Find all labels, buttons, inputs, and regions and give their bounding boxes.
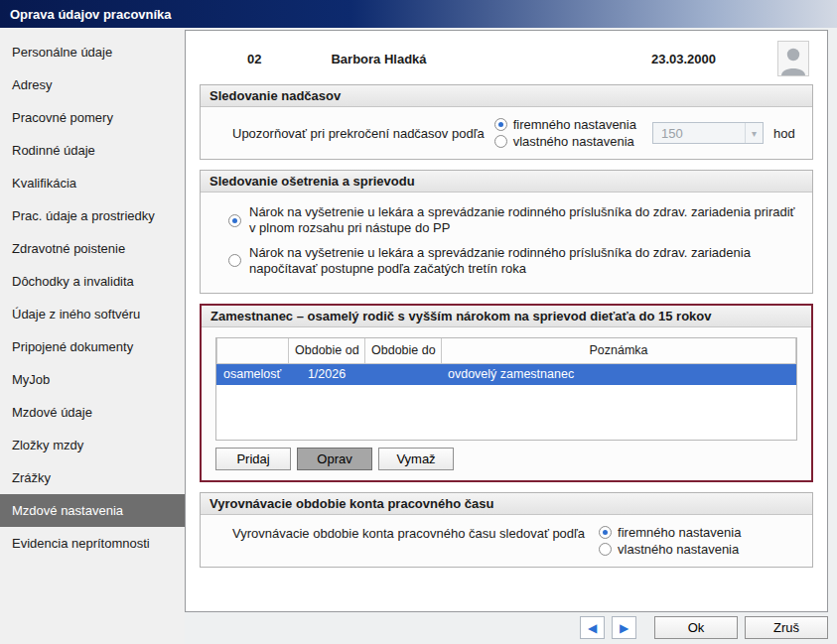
previous-record-button[interactable]: ◀ [580,616,605,639]
employee-number: 02 [247,52,261,66]
sidebar-item-evidencia-nepritomnosti[interactable]: Evidencia neprítomnosti [0,527,185,560]
balancing-radio-company-label: firemného nastavenia [618,525,741,540]
care-radio-full-label: Nárok na vyšetrenie u lekára a sprevádza… [249,204,802,237]
care-radio-progressive-label: Nárok na vyšetrenie u lekára a sprevádza… [249,245,802,278]
overtime-radio-company[interactable] [494,118,507,131]
sidebar-item-personalne-udaje[interactable]: Personálne údaje [0,36,185,68]
table-cell-obdobie-do[interactable] [365,363,442,384]
sidebar-item-zrazky[interactable]: Zrážky [0,461,185,494]
cancel-button[interactable]: Zruš [745,616,828,639]
group-balancing-title: Vyrovnávacie obdobie konta pracovného ča… [201,493,812,515]
sidebar-item-prac-udaje-a-prostriedky[interactable]: Prac. údaje a prostriedky [0,199,185,232]
single-parent-table: Obdobie od Obdobie do Poznámka osamelosť… [215,337,797,441]
ok-button[interactable]: Ok [654,616,738,639]
person-icon [778,44,808,75]
sidebar-item-rodinne-udaje[interactable]: Rodinné údaje [0,134,185,167]
overtime-radio-own[interactable] [494,135,507,148]
table-header-obdobie-od: Obdobie od [289,338,365,363]
sidebar-item-adresy[interactable]: Adresy [0,68,185,101]
overtime-hours-combobox[interactable]: 150 ▾ [652,122,764,144]
employee-header: 02 Barbora Hladká 23.03.2000 [186,31,827,84]
sidebar-item-pripojene-dokumenty[interactable]: Pripojené dokumenty [0,330,185,363]
sidebar-item-zlozky-mzdy[interactable]: Zložky mzdy [0,429,185,461]
group-care-title: Sledovanie ošetrenia a sprievodu [201,171,812,193]
sidebar-item-dochodky-a-invalidita[interactable]: Dôchodky a invalidita [0,265,185,298]
add-button[interactable]: Pridaj [215,448,291,470]
table-header-type [217,338,289,363]
overtime-hours-value: 150 [661,126,683,141]
table-row[interactable]: osamelosť 1/2026 ovdovelý zamestnanec [217,363,796,384]
arrow-left-icon: ◀ [588,622,597,634]
sidebar-item-kvalifikacia[interactable]: Kvalifikácia [0,167,185,199]
group-balancing: Vyrovnávacie obdobie konta pracovného ča… [200,492,813,568]
balancing-radio-company[interactable] [599,526,612,539]
overtime-radio-own-label: vlastného nastavenia [513,134,634,149]
window-title: Oprava údajov pracovníka [10,7,172,22]
delete-button[interactable]: Vymaž [378,448,454,470]
footer: ◀ ▶ Ok Zruš [580,616,828,639]
overtime-unit-label: hod [773,126,795,141]
table-header-row: Obdobie od Obdobie do Poznámka [217,338,796,363]
next-record-button[interactable]: ▶ [612,616,636,639]
window-titlebar: Oprava údajov pracovníka [0,0,837,28]
balancing-label: Vyrovnávacie obdobie konta pracovného ča… [232,526,585,541]
arrow-right-icon: ▶ [620,622,628,634]
sidebar-item-mzdove-nastavenia[interactable]: Mzdové nastavenia [0,494,185,527]
group-single-parent: Zamestnanec – osamelý rodič s vyšším nár… [200,304,813,482]
table-header-obdobie-do: Obdobie do [365,338,442,363]
sidebar-item-myjob[interactable]: MyJob [0,363,185,396]
sidebar-item-zdravotne-poistenie[interactable]: Zdravotné poistenie [0,232,185,265]
sidebar-item-udaje-z-ineho-softveru[interactable]: Údaje z iného softvéru [0,298,185,330]
table-cell-poznamka[interactable]: ovdovelý zamestnanec [442,363,796,384]
care-radio-full[interactable] [228,214,241,227]
group-overtime: Sledovanie nadčasov Upozorňovať pri prek… [200,84,813,160]
table-header-poznamka: Poznámka [442,338,796,363]
group-single-parent-title: Zamestnanec – osamelý rodič s vyšším nár… [202,306,811,327]
sidebar-item-pracovne-pomery[interactable]: Pracovné pomery [0,101,185,134]
chevron-down-icon[interactable]: ▾ [745,123,763,143]
employee-date: 23.03.2000 [651,52,716,66]
table-cell-type[interactable]: osamelosť [217,363,289,384]
overtime-label: Upozorňovať pri prekročení nadčasov podľ… [232,126,485,141]
table-cell-obdobie-od[interactable]: 1/2026 [289,363,365,384]
edit-button[interactable]: Oprav [297,448,372,470]
balancing-radio-own-label: vlastného nastavenia [618,542,739,557]
group-care: Sledovanie ošetrenia a sprievodu Nárok n… [200,170,813,294]
sidebar-item-mzdove-udaje[interactable]: Mzdové údaje [0,396,185,429]
care-radio-progressive[interactable] [228,254,241,267]
overtime-radio-company-label: firemného nastavenia [513,117,636,132]
balancing-radio-own[interactable] [599,543,612,556]
employee-name: Barbora Hladká [331,52,426,66]
employee-avatar [777,41,809,76]
group-overtime-title: Sledovanie nadčasov [201,85,812,107]
main-panel: 02 Barbora Hladká 23.03.2000 Sledovanie … [185,30,828,612]
sidebar: Personálne údaje Adresy Pracovné pomery … [0,28,185,644]
